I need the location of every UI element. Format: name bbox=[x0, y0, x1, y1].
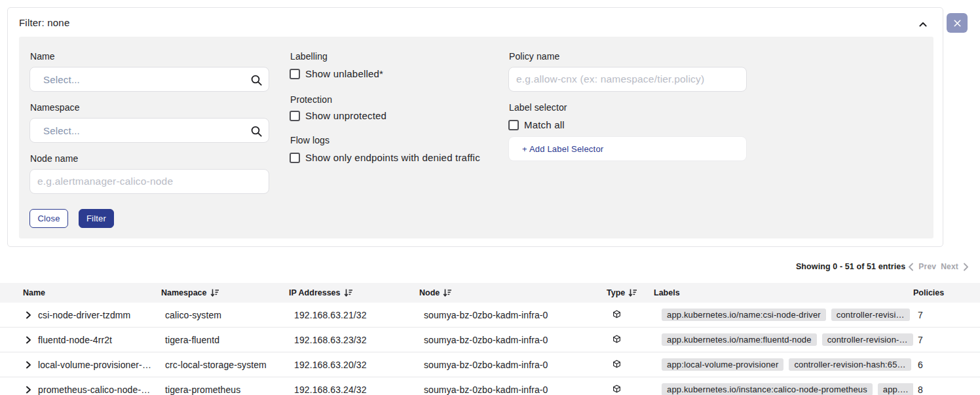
filter-button[interactable]: Filter bbox=[79, 209, 114, 228]
endpoint-name: csi-node-driver-tzdmm bbox=[38, 310, 130, 320]
denied-traffic-row: Show only endpoints with denied traffic bbox=[290, 152, 480, 163]
endpoint-node: soumya-bz-0zbo-kadm-infra-0 bbox=[424, 385, 548, 395]
policy-name-placeholder: e.g.allow-cnx (ex: namespace/tier.policy… bbox=[509, 73, 704, 85]
endpoint-namespace: tigera-fluentd bbox=[165, 335, 219, 345]
column-header-policies[interactable]: Policies bbox=[913, 288, 980, 297]
pod-cube-icon bbox=[612, 385, 621, 393]
label-chip: controller-revision-hash:65… bbox=[789, 358, 911, 371]
column-header-label: IP Addresses bbox=[289, 288, 341, 297]
column-header-label: Namespace bbox=[161, 288, 207, 297]
table-header-row: Name Namespace IP Addresses Node Type La… bbox=[0, 283, 980, 303]
expand-row-icon[interactable] bbox=[25, 311, 32, 319]
sort-icon bbox=[628, 288, 637, 297]
chevron-up-icon bbox=[917, 18, 929, 30]
column-header-node[interactable]: Node bbox=[419, 288, 607, 297]
namespace-label: Namespace bbox=[30, 102, 80, 113]
show-unprotected-row: Show unprotected bbox=[290, 110, 386, 121]
prev-button[interactable]: Prev bbox=[918, 262, 936, 271]
match-all-checkbox[interactable] bbox=[508, 120, 519, 130]
next-chevron-icon[interactable] bbox=[963, 263, 969, 271]
endpoint-name: prometheus-calico-node-… bbox=[38, 385, 150, 395]
column-header-name[interactable]: Name bbox=[0, 288, 160, 297]
name-select-placeholder: Select... bbox=[30, 74, 80, 85]
endpoint-ip: 192.168.63.24/32 bbox=[294, 385, 367, 395]
policy-name-label: Policy name bbox=[509, 51, 559, 62]
column-header-label: Type bbox=[607, 288, 625, 297]
column-header-label: Name bbox=[23, 288, 45, 297]
next-button[interactable]: Next bbox=[941, 262, 958, 271]
add-label-selector-button[interactable]: + Add Label Selector bbox=[508, 136, 747, 161]
sort-icon bbox=[210, 288, 219, 297]
search-icon bbox=[250, 125, 262, 137]
label-chip: app.kubernetes.io/name:fluentd-node bbox=[662, 333, 817, 346]
show-unprotected-label: Show unprotected bbox=[305, 110, 386, 121]
flow-logs-label: Flow logs bbox=[290, 135, 330, 145]
pagination-summary: Showing 0 - 51 of 51 entries bbox=[796, 262, 905, 271]
column-header-labels[interactable]: Labels bbox=[654, 288, 913, 297]
protection-label: Protection bbox=[290, 94, 332, 105]
endpoint-ip: 192.168.63.21/32 bbox=[294, 310, 367, 320]
name-label: Name bbox=[30, 51, 55, 62]
endpoint-ip: 192.168.63.20/32 bbox=[294, 360, 367, 370]
policy-name-input[interactable]: e.g.allow-cnx (ex: namespace/tier.policy… bbox=[508, 67, 747, 92]
label-chip: controller-revisi… bbox=[831, 309, 910, 321]
column-header-ip-addresses[interactable]: IP Addresses bbox=[289, 288, 419, 297]
close-panel-button[interactable] bbox=[947, 13, 968, 33]
sort-icon bbox=[344, 288, 353, 297]
endpoint-policies-count: 7 bbox=[918, 310, 923, 320]
show-unlabelled-checkbox[interactable] bbox=[290, 69, 300, 79]
close-button[interactable]: Close bbox=[29, 209, 68, 228]
label-chip: app.… bbox=[878, 383, 913, 395]
node-name-input[interactable]: e.g.alertmanager-calico-node bbox=[29, 169, 269, 194]
prev-chevron-icon[interactable] bbox=[908, 263, 914, 271]
column-header-type[interactable]: Type bbox=[607, 288, 654, 297]
endpoint-ip: 192.168.63.23/32 bbox=[294, 335, 367, 345]
label-chip: controller-revision-… bbox=[822, 333, 913, 346]
table-body: csi-node-driver-tzdmm calico-system 192.… bbox=[0, 303, 980, 395]
pagination: Showing 0 - 51 of 51 entries Prev Next bbox=[796, 261, 969, 272]
endpoint-node: soumya-bz-0zbo-kadm-infra-0 bbox=[424, 310, 548, 320]
expand-row-icon[interactable] bbox=[25, 336, 32, 344]
node-name-placeholder: e.g.alertmanager-calico-node bbox=[30, 176, 173, 187]
column-header-namespace[interactable]: Namespace bbox=[160, 288, 289, 297]
expand-row-icon[interactable] bbox=[25, 386, 32, 394]
match-all-row: Match all bbox=[508, 119, 565, 130]
endpoint-node: soumya-bz-0zbo-kadm-infra-0 bbox=[424, 360, 548, 370]
expand-row-icon[interactable] bbox=[25, 361, 32, 369]
endpoints-page: Filter: none Name Select... Namespace Se… bbox=[0, 0, 980, 395]
endpoint-policies-count: 8 bbox=[918, 385, 923, 395]
search-icon bbox=[250, 74, 262, 86]
column-header-label: Labels bbox=[654, 288, 680, 297]
labelling-label: Labelling bbox=[290, 51, 328, 62]
pod-cube-icon bbox=[612, 360, 621, 368]
namespace-select[interactable]: Select... bbox=[29, 118, 269, 143]
filter-column-2: Labelling Show unlabelled* Protection Sh… bbox=[290, 51, 512, 228]
endpoint-namespace: crc-local-storage-system bbox=[165, 360, 267, 370]
show-unprotected-checkbox[interactable] bbox=[290, 111, 300, 121]
denied-traffic-checkbox[interactable] bbox=[290, 153, 300, 163]
namespace-select-placeholder: Select... bbox=[30, 125, 80, 136]
filter-column-3: Policy name e.g.allow-cnx (ex: namespace… bbox=[508, 51, 747, 228]
endpoint-policies-count: 7 bbox=[918, 335, 923, 345]
pod-cube-icon bbox=[612, 310, 621, 318]
match-all-label: Match all bbox=[524, 119, 565, 130]
label-chip: app:local-volume-provisioner bbox=[662, 358, 783, 371]
x-icon bbox=[954, 20, 961, 27]
name-select[interactable]: Select... bbox=[29, 67, 269, 92]
endpoint-namespace: tigera-prometheus bbox=[165, 385, 240, 395]
pod-cube-icon bbox=[612, 335, 621, 343]
table-row[interactable]: local-volume-provisioner-… crc-local-sto… bbox=[0, 352, 980, 377]
show-unlabelled-label: Show unlabelled* bbox=[305, 68, 383, 79]
label-chip: app.kubernetes.io/name:csi-node-driver bbox=[662, 309, 826, 321]
denied-traffic-label: Show only endpoints with denied traffic bbox=[305, 152, 480, 163]
table-row[interactable]: prometheus-calico-node-… tigera-promethe… bbox=[0, 377, 980, 395]
collapse-filter-button[interactable] bbox=[916, 18, 930, 31]
pagination-nav: Prev Next bbox=[908, 262, 969, 271]
table-row[interactable]: csi-node-driver-tzdmm calico-system 192.… bbox=[0, 303, 980, 328]
column-header-label: Policies bbox=[913, 288, 944, 297]
table-row[interactable]: fluentd-node-4rr2t tigera-fluentd 192.16… bbox=[0, 328, 980, 352]
filter-column-1: Name Select... Namespace Select... bbox=[29, 51, 269, 228]
label-selector-label: Label selector bbox=[509, 102, 567, 113]
node-name-label: Node name bbox=[30, 153, 78, 164]
endpoint-name: fluentd-node-4rr2t bbox=[38, 335, 112, 345]
